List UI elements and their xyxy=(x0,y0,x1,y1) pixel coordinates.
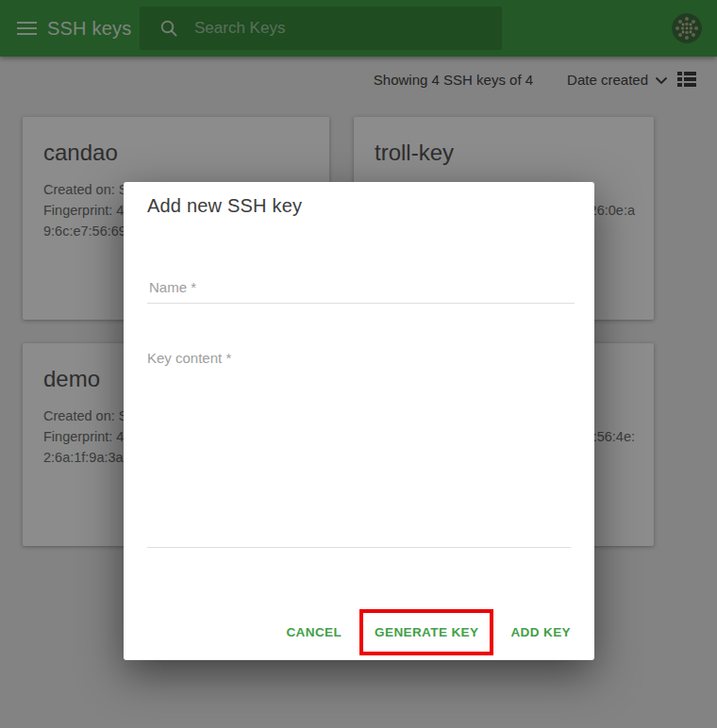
cancel-button[interactable]: CANCEL xyxy=(284,616,343,649)
add-key-button[interactable]: ADD KEY xyxy=(509,616,573,649)
dialog-title: Add new SSH key xyxy=(147,195,302,217)
dialog-actions: CANCEL GENERATE KEY ADD KEY xyxy=(284,608,573,655)
key-content-field[interactable] xyxy=(147,350,571,548)
add-ssh-key-dialog: Add new SSH key CANCEL GENERATE KEY ADD … xyxy=(124,182,594,660)
name-field[interactable] xyxy=(147,271,575,304)
generate-key-button[interactable]: GENERATE KEY xyxy=(373,616,480,649)
annotation-highlight-box: GENERATE KEY xyxy=(359,609,493,655)
ssh-keys-app: SSH keys xyxy=(0,0,717,728)
